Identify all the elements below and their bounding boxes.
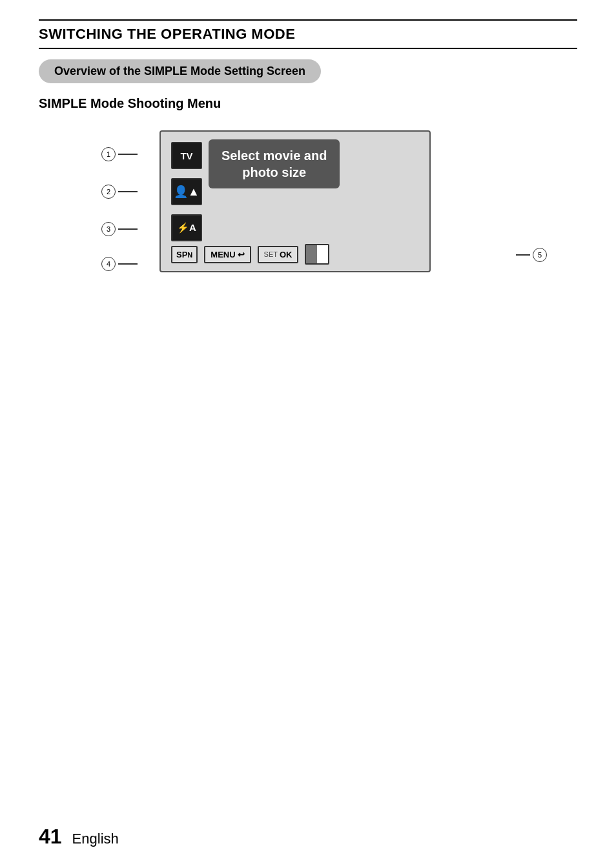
scene-label: 👤▲ [174,185,200,199]
tooltip-line1: Select movie and [221,148,327,163]
tv-label: TV [180,150,192,161]
ok-label: OK [280,250,293,259]
flash-label: ⚡A [177,222,196,234]
sp-button: SPN [171,246,198,263]
flash-icon-box: ⚡A [171,214,202,241]
callout-5: 5 [516,248,547,262]
zoom-left [306,245,317,263]
callout-line-4 [118,263,138,265]
sp-n-label: N [187,251,192,259]
callout-circle-1: 1 [101,147,116,161]
menu-label: MENU [210,250,235,259]
callout-line-5 [516,254,530,256]
top-rule [39,19,577,21]
overview-heading: Overview of the SIMPLE Mode Setting Scre… [39,59,321,83]
zoom-right [317,245,328,263]
menu-arrow: ↩ [238,250,245,259]
zoom-button [305,244,329,265]
bottom-toolbar: SPN MENU ↩ SET OK [171,244,419,265]
callout-circle-4: 4 [101,257,116,271]
page-footer: 41 English [39,825,119,849]
callout-1: 1 [101,147,138,161]
diagram-area: TV 👤▲ ⚡A Select movie and photo size [39,130,577,272]
callout-line-2 [118,191,138,192]
subsection-title: SIMPLE Mode Shooting Menu [39,96,577,111]
tooltip-line2: photo size [242,165,306,179]
tv-icon-box: TV [171,142,202,169]
scene-icon-box: 👤▲ [171,178,202,205]
page-language: English [72,831,119,847]
callout-4: 4 [101,257,138,271]
callout-circle-3: 3 [101,222,116,236]
sp-label: SP [176,250,187,259]
set-ok-button: SET OK [258,246,299,263]
diagram-wrapper: TV 👤▲ ⚡A Select movie and photo size [108,130,508,272]
icon-column: TV 👤▲ ⚡A [171,142,202,241]
camera-screen: TV 👤▲ ⚡A Select movie and photo size [159,130,431,272]
set-prefix: SET [264,250,278,258]
callout-line-1 [118,154,138,155]
callout-2: 2 [101,185,138,199]
callout-3: 3 [101,222,138,236]
page-number: 41 [39,825,62,849]
page-container: SWITCHING THE OPERATING MODE Overview of… [0,0,616,324]
section-title: SWITCHING THE OPERATING MODE [39,26,577,49]
callout-circle-5: 5 [533,248,547,262]
callout-line-3 [118,228,138,230]
callout-circle-2: 2 [101,185,116,199]
tooltip-box: Select movie and photo size [209,139,340,188]
menu-button: MENU ↩ [204,246,251,263]
